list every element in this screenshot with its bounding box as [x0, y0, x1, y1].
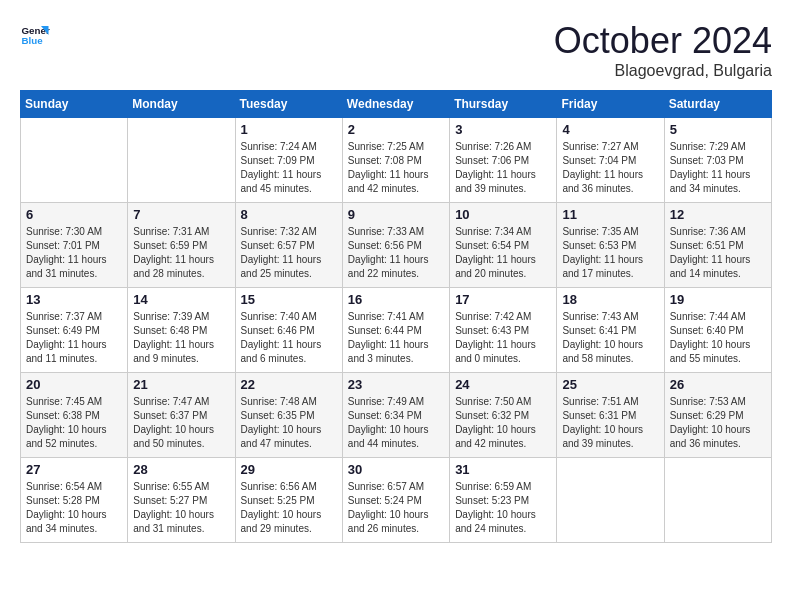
calendar-cell	[557, 458, 664, 543]
day-info: Sunrise: 7:24 AM Sunset: 7:09 PM Dayligh…	[241, 140, 337, 196]
day-info: Sunrise: 6:54 AM Sunset: 5:28 PM Dayligh…	[26, 480, 122, 536]
calendar-cell	[128, 118, 235, 203]
day-info: Sunrise: 7:47 AM Sunset: 6:37 PM Dayligh…	[133, 395, 229, 451]
weekday-header-tuesday: Tuesday	[235, 91, 342, 118]
day-info: Sunrise: 7:36 AM Sunset: 6:51 PM Dayligh…	[670, 225, 766, 281]
day-info: Sunrise: 7:51 AM Sunset: 6:31 PM Dayligh…	[562, 395, 658, 451]
location-subtitle: Blagoevgrad, Bulgaria	[554, 62, 772, 80]
day-info: Sunrise: 6:59 AM Sunset: 5:23 PM Dayligh…	[455, 480, 551, 536]
day-info: Sunrise: 7:41 AM Sunset: 6:44 PM Dayligh…	[348, 310, 444, 366]
calendar-cell: 7Sunrise: 7:31 AM Sunset: 6:59 PM Daylig…	[128, 203, 235, 288]
calendar-week-3: 13Sunrise: 7:37 AM Sunset: 6:49 PM Dayli…	[21, 288, 772, 373]
day-info: Sunrise: 7:25 AM Sunset: 7:08 PM Dayligh…	[348, 140, 444, 196]
day-info: Sunrise: 7:32 AM Sunset: 6:57 PM Dayligh…	[241, 225, 337, 281]
day-info: Sunrise: 7:29 AM Sunset: 7:03 PM Dayligh…	[670, 140, 766, 196]
logo: General Blue	[20, 20, 50, 50]
calendar-cell: 30Sunrise: 6:57 AM Sunset: 5:24 PM Dayli…	[342, 458, 449, 543]
day-info: Sunrise: 7:44 AM Sunset: 6:40 PM Dayligh…	[670, 310, 766, 366]
day-number: 31	[455, 462, 551, 477]
day-number: 9	[348, 207, 444, 222]
weekday-header-monday: Monday	[128, 91, 235, 118]
calendar-cell: 8Sunrise: 7:32 AM Sunset: 6:57 PM Daylig…	[235, 203, 342, 288]
calendar-cell: 21Sunrise: 7:47 AM Sunset: 6:37 PM Dayli…	[128, 373, 235, 458]
day-number: 3	[455, 122, 551, 137]
day-number: 2	[348, 122, 444, 137]
calendar-cell: 28Sunrise: 6:55 AM Sunset: 5:27 PM Dayli…	[128, 458, 235, 543]
calendar-cell: 15Sunrise: 7:40 AM Sunset: 6:46 PM Dayli…	[235, 288, 342, 373]
calendar-body: 1Sunrise: 7:24 AM Sunset: 7:09 PM Daylig…	[21, 118, 772, 543]
day-number: 11	[562, 207, 658, 222]
day-number: 16	[348, 292, 444, 307]
calendar-cell: 3Sunrise: 7:26 AM Sunset: 7:06 PM Daylig…	[450, 118, 557, 203]
day-number: 7	[133, 207, 229, 222]
weekday-header-saturday: Saturday	[664, 91, 771, 118]
day-number: 27	[26, 462, 122, 477]
calendar-cell: 22Sunrise: 7:48 AM Sunset: 6:35 PM Dayli…	[235, 373, 342, 458]
day-info: Sunrise: 7:34 AM Sunset: 6:54 PM Dayligh…	[455, 225, 551, 281]
day-info: Sunrise: 7:33 AM Sunset: 6:56 PM Dayligh…	[348, 225, 444, 281]
day-number: 20	[26, 377, 122, 392]
calendar-header-row: SundayMondayTuesdayWednesdayThursdayFrid…	[21, 91, 772, 118]
day-info: Sunrise: 7:40 AM Sunset: 6:46 PM Dayligh…	[241, 310, 337, 366]
day-info: Sunrise: 7:26 AM Sunset: 7:06 PM Dayligh…	[455, 140, 551, 196]
day-number: 14	[133, 292, 229, 307]
calendar-cell: 11Sunrise: 7:35 AM Sunset: 6:53 PM Dayli…	[557, 203, 664, 288]
calendar-cell: 16Sunrise: 7:41 AM Sunset: 6:44 PM Dayli…	[342, 288, 449, 373]
calendar-cell: 27Sunrise: 6:54 AM Sunset: 5:28 PM Dayli…	[21, 458, 128, 543]
calendar-cell: 4Sunrise: 7:27 AM Sunset: 7:04 PM Daylig…	[557, 118, 664, 203]
day-number: 26	[670, 377, 766, 392]
calendar-cell: 17Sunrise: 7:42 AM Sunset: 6:43 PM Dayli…	[450, 288, 557, 373]
calendar-cell: 6Sunrise: 7:30 AM Sunset: 7:01 PM Daylig…	[21, 203, 128, 288]
calendar-cell: 1Sunrise: 7:24 AM Sunset: 7:09 PM Daylig…	[235, 118, 342, 203]
calendar-cell: 9Sunrise: 7:33 AM Sunset: 6:56 PM Daylig…	[342, 203, 449, 288]
calendar-cell: 19Sunrise: 7:44 AM Sunset: 6:40 PM Dayli…	[664, 288, 771, 373]
day-number: 25	[562, 377, 658, 392]
calendar-cell	[664, 458, 771, 543]
day-number: 24	[455, 377, 551, 392]
calendar-cell	[21, 118, 128, 203]
calendar-week-4: 20Sunrise: 7:45 AM Sunset: 6:38 PM Dayli…	[21, 373, 772, 458]
day-info: Sunrise: 7:30 AM Sunset: 7:01 PM Dayligh…	[26, 225, 122, 281]
calendar-cell: 31Sunrise: 6:59 AM Sunset: 5:23 PM Dayli…	[450, 458, 557, 543]
day-number: 4	[562, 122, 658, 137]
day-info: Sunrise: 7:45 AM Sunset: 6:38 PM Dayligh…	[26, 395, 122, 451]
day-number: 17	[455, 292, 551, 307]
day-number: 5	[670, 122, 766, 137]
day-info: Sunrise: 7:31 AM Sunset: 6:59 PM Dayligh…	[133, 225, 229, 281]
day-info: Sunrise: 7:49 AM Sunset: 6:34 PM Dayligh…	[348, 395, 444, 451]
calendar-cell: 23Sunrise: 7:49 AM Sunset: 6:34 PM Dayli…	[342, 373, 449, 458]
day-number: 30	[348, 462, 444, 477]
weekday-header-thursday: Thursday	[450, 91, 557, 118]
day-info: Sunrise: 7:43 AM Sunset: 6:41 PM Dayligh…	[562, 310, 658, 366]
calendar-cell: 12Sunrise: 7:36 AM Sunset: 6:51 PM Dayli…	[664, 203, 771, 288]
weekday-header-sunday: Sunday	[21, 91, 128, 118]
day-info: Sunrise: 6:57 AM Sunset: 5:24 PM Dayligh…	[348, 480, 444, 536]
weekday-header-wednesday: Wednesday	[342, 91, 449, 118]
calendar-cell: 29Sunrise: 6:56 AM Sunset: 5:25 PM Dayli…	[235, 458, 342, 543]
day-info: Sunrise: 6:55 AM Sunset: 5:27 PM Dayligh…	[133, 480, 229, 536]
calendar-week-5: 27Sunrise: 6:54 AM Sunset: 5:28 PM Dayli…	[21, 458, 772, 543]
day-number: 10	[455, 207, 551, 222]
calendar-cell: 13Sunrise: 7:37 AM Sunset: 6:49 PM Dayli…	[21, 288, 128, 373]
day-number: 8	[241, 207, 337, 222]
day-number: 6	[26, 207, 122, 222]
day-info: Sunrise: 7:39 AM Sunset: 6:48 PM Dayligh…	[133, 310, 229, 366]
day-info: Sunrise: 7:50 AM Sunset: 6:32 PM Dayligh…	[455, 395, 551, 451]
calendar-week-2: 6Sunrise: 7:30 AM Sunset: 7:01 PM Daylig…	[21, 203, 772, 288]
svg-text:Blue: Blue	[22, 35, 44, 46]
calendar-week-1: 1Sunrise: 7:24 AM Sunset: 7:09 PM Daylig…	[21, 118, 772, 203]
calendar-cell: 20Sunrise: 7:45 AM Sunset: 6:38 PM Dayli…	[21, 373, 128, 458]
month-title: October 2024	[554, 20, 772, 62]
calendar-cell: 2Sunrise: 7:25 AM Sunset: 7:08 PM Daylig…	[342, 118, 449, 203]
day-number: 19	[670, 292, 766, 307]
day-info: Sunrise: 6:56 AM Sunset: 5:25 PM Dayligh…	[241, 480, 337, 536]
day-info: Sunrise: 7:37 AM Sunset: 6:49 PM Dayligh…	[26, 310, 122, 366]
day-number: 22	[241, 377, 337, 392]
calendar-cell: 18Sunrise: 7:43 AM Sunset: 6:41 PM Dayli…	[557, 288, 664, 373]
calendar-cell: 26Sunrise: 7:53 AM Sunset: 6:29 PM Dayli…	[664, 373, 771, 458]
day-number: 12	[670, 207, 766, 222]
weekday-header-friday: Friday	[557, 91, 664, 118]
calendar-cell: 10Sunrise: 7:34 AM Sunset: 6:54 PM Dayli…	[450, 203, 557, 288]
logo-icon: General Blue	[20, 20, 50, 50]
day-info: Sunrise: 7:27 AM Sunset: 7:04 PM Dayligh…	[562, 140, 658, 196]
